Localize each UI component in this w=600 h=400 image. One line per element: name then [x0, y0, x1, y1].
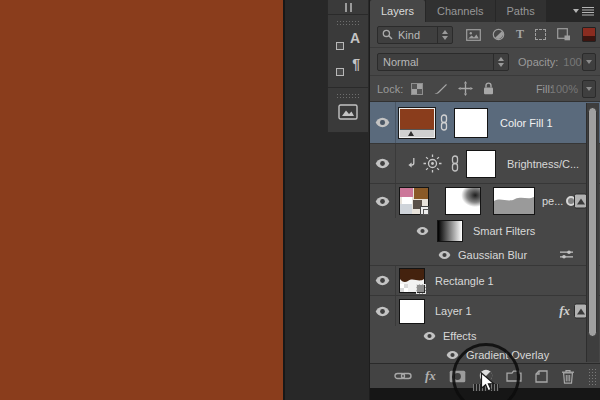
filter-pixel-layers-button[interactable] [466, 29, 481, 41]
image-panel-button[interactable] [333, 102, 363, 124]
search-icon [382, 29, 393, 40]
visibility-eye-icon[interactable] [370, 184, 396, 218]
vector-mask-badge-icon [416, 284, 426, 294]
filter-blending-options-button[interactable] [559, 249, 574, 260]
type-filter-icon: T [516, 27, 524, 42]
opacity-dropdown-button[interactable] [582, 53, 596, 71]
lock-position-button[interactable] [458, 81, 473, 96]
tab-paths[interactable]: Paths [496, 0, 546, 22]
filter-shape-layers-button[interactable] [535, 29, 546, 40]
dock-drag-grip-icon[interactable] [336, 20, 360, 25]
character-panel-button[interactable]: A [333, 29, 363, 53]
lock-all-button[interactable] [483, 82, 494, 95]
layer-fx-badge[interactable]: fx [559, 303, 570, 319]
document-canvas[interactable] [0, 0, 283, 400]
dropdown-arrow-icon [586, 60, 592, 64]
dock-group-type: A ¶ [328, 15, 368, 88]
paragraph-panel-button[interactable]: ¶ [333, 55, 363, 79]
layer-row-rectangle[interactable]: Rectangle 1 [370, 266, 600, 296]
clipping-mask-arrow-icon [407, 157, 416, 170]
filter-type-layers-button[interactable]: T [516, 27, 524, 42]
scrollbar-track[interactable] [586, 103, 599, 362]
layer-mask-icon [449, 370, 466, 383]
lock-label: Lock: [377, 83, 403, 95]
layer-filtering-toggle[interactable] [582, 27, 596, 42]
visibility-eye-icon[interactable] [446, 350, 459, 360]
filter-kind-value: Kind [393, 29, 425, 41]
panel-resize-grip-icon[interactable] [588, 368, 598, 385]
new-layer-button[interactable] [535, 370, 548, 383]
tab-channels[interactable]: Channels [426, 0, 494, 22]
layer-filter-row: Kind T [370, 22, 600, 48]
new-group-button[interactable] [506, 370, 522, 382]
row-gradient-overlay[interactable]: Gradient Overlay [370, 346, 600, 363]
opacity-label: Opacity: [518, 56, 558, 68]
visibility-eye-icon[interactable] [370, 296, 396, 326]
tab-layers[interactable]: Layers [370, 0, 425, 22]
smart-object-thumbnail[interactable] [399, 187, 429, 215]
layer-name: pe... [542, 195, 563, 207]
vector-mask-thumbnail[interactable] [493, 187, 535, 215]
photoshop-workspace: A ¶ Layers Channels Paths [0, 0, 600, 400]
delete-layer-button[interactable] [561, 369, 575, 384]
trash-icon [561, 369, 575, 384]
lock-pixels-button[interactable] [433, 82, 448, 95]
panel-chip-icon [336, 42, 344, 50]
layer-thumbnail[interactable] [399, 299, 425, 324]
padlock-icon [483, 82, 494, 95]
row-effects[interactable]: Effects [370, 326, 600, 346]
fx-icon: fx [425, 368, 436, 384]
filter-name: Gaussian Blur [458, 249, 527, 261]
character-panel-icon: A [350, 31, 360, 45]
visibility-eye-icon[interactable] [416, 226, 429, 236]
adjustment-mask-thumbnail[interactable] [466, 150, 496, 178]
layer-mask-thumbnail[interactable] [454, 108, 488, 138]
panel-menu-button[interactable] [567, 0, 600, 22]
layer-row-color-fill[interactable]: Color Fill 1 [370, 102, 600, 144]
fill-dropdown-button[interactable] [582, 80, 596, 98]
fill-layer-thumbnail[interactable] [399, 108, 435, 138]
visibility-eye-icon[interactable] [370, 102, 396, 143]
blend-mode-row: Normal Opacity: 100% [370, 48, 600, 76]
layer-row-layer1[interactable]: Layer 1 fx [370, 296, 600, 326]
smart-object-filter-icon [557, 28, 571, 41]
layer-row-smart-object[interactable]: pe... [370, 184, 600, 218]
dock-drag-grip-icon[interactable] [336, 93, 360, 98]
filter-adjustment-layers-button[interactable] [492, 28, 505, 41]
smart-object-mask-thumbnail[interactable] [445, 187, 481, 215]
layers-panel: Layers Channels Paths Kind [369, 0, 600, 400]
row-smart-filters[interactable]: Smart Filters [370, 218, 600, 244]
link-layers-button[interactable] [394, 371, 412, 381]
layer-name: Brightness/C... [507, 158, 579, 170]
effect-name: Gradient Overlay [466, 349, 549, 361]
adjustment-filter-icon [492, 28, 505, 41]
blend-mode-select[interactable]: Normal [377, 53, 509, 71]
pixel-layer-filter-icon [466, 29, 481, 41]
new-layer-icon [535, 370, 548, 383]
add-layer-mask-button[interactable] [449, 370, 466, 383]
menu-lines-icon [582, 6, 594, 16]
filter-mask-thumbnail[interactable] [437, 220, 463, 242]
mask-link-icon[interactable] [439, 114, 449, 131]
collapsed-panel-dock: A ¶ [327, 0, 369, 133]
filter-kind-select[interactable]: Kind [377, 26, 453, 44]
row-gaussian-blur[interactable]: Gaussian Blur [370, 244, 600, 266]
effects-label: Effects [443, 330, 476, 342]
visibility-eye-icon[interactable] [423, 331, 436, 341]
layer-row-brightness[interactable]: Brightness/C... [370, 144, 600, 184]
layers-list: Color Fill 1 Brightness/C... [370, 102, 600, 363]
visibility-eye-icon[interactable] [370, 144, 396, 183]
panel-chip-icon [336, 68, 344, 76]
add-layer-style-button[interactable]: fx [425, 368, 436, 384]
dropdown-arrow-icon [586, 87, 592, 91]
filter-smart-objects-button[interactable] [557, 28, 571, 41]
shape-layer-thumbnail[interactable] [399, 268, 425, 293]
dock-collapse-grip[interactable] [328, 0, 368, 15]
mask-link-icon[interactable] [450, 155, 460, 172]
visibility-eye-icon[interactable] [438, 250, 451, 260]
brightness-sun-icon[interactable] [423, 154, 442, 173]
scrollbar-thumb[interactable] [588, 107, 597, 337]
lock-transparency-button[interactable] [411, 83, 423, 95]
lock-row: Lock: Fill: 100% [370, 76, 600, 102]
visibility-eye-icon[interactable] [370, 266, 396, 295]
